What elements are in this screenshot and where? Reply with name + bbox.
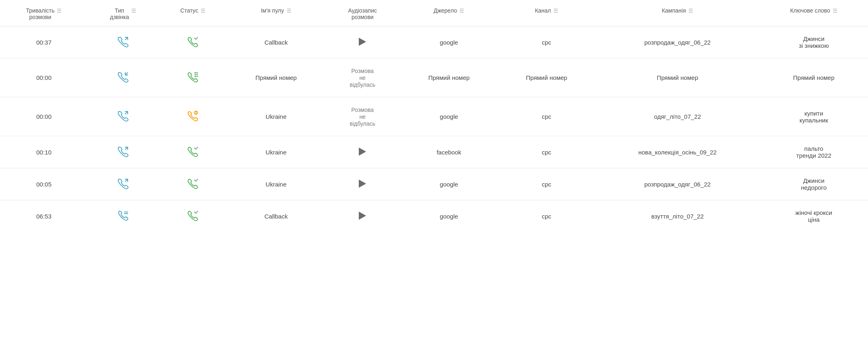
phone-type-icon bbox=[117, 146, 129, 159]
svg-rect-3 bbox=[196, 74, 197, 75]
table-row: 06:53 Callbackgooglecpcвзуття_літо_07_22… bbox=[0, 200, 868, 232]
phone-type-icon bbox=[117, 110, 129, 123]
status-icon bbox=[187, 36, 199, 49]
status-icon bbox=[187, 178, 199, 191]
cell-keyword: Джинси недорого bbox=[760, 168, 868, 200]
cell-duration: 00:37 bbox=[0, 26, 88, 58]
cell-channel: cpc bbox=[498, 97, 596, 136]
svg-rect-5 bbox=[196, 76, 197, 77]
column-header-pool[interactable]: Ім'я пулу☰ bbox=[227, 0, 325, 26]
cell-call-type bbox=[88, 136, 159, 168]
table-row: 00:05 Ukrainegooglecpcрозпродаж_одяг_06_… bbox=[0, 168, 868, 200]
filter-icon-pool[interactable]: ☰ bbox=[287, 8, 291, 14]
cell-campaign: розпродаж_одяг_06_22 bbox=[596, 26, 760, 58]
table-row: 00:37 Callbackgooglecpcрозпродаж_одяг_06… bbox=[0, 26, 868, 58]
column-header-channel[interactable]: Канал☰ bbox=[498, 0, 596, 26]
cell-audio[interactable] bbox=[325, 200, 400, 232]
play-button[interactable] bbox=[359, 212, 366, 220]
cell-keyword: жіночі крокси ціна bbox=[760, 200, 868, 232]
filter-icon-duration[interactable]: ☰ bbox=[57, 8, 62, 14]
svg-rect-0 bbox=[195, 72, 196, 73]
cell-keyword: купити купальник bbox=[760, 97, 868, 136]
calls-table-container: Тривалість розмови☰Тип дзвінка☰Статус☰Ім… bbox=[0, 0, 868, 232]
phone-type-icon bbox=[117, 178, 129, 191]
cell-campaign: Прямий номер bbox=[596, 58, 760, 97]
cell-pool: Callback bbox=[227, 200, 325, 232]
cell-audio: Розмова не відбулась bbox=[325, 97, 400, 136]
table-header-row: Тривалість розмови☰Тип дзвінка☰Статус☰Ім… bbox=[0, 0, 868, 26]
cell-campaign: взуття_літо_07_22 bbox=[596, 200, 760, 232]
column-header-audio: Аудіозапис розмови bbox=[325, 0, 400, 26]
cell-campaign: одяг_літо_07_22 bbox=[596, 97, 760, 136]
cell-audio[interactable] bbox=[325, 168, 400, 200]
cell-channel: Прямий номер bbox=[498, 58, 596, 97]
cell-audio[interactable] bbox=[325, 26, 400, 58]
column-header-duration[interactable]: Тривалість розмови☰ bbox=[0, 0, 88, 26]
column-header-source[interactable]: Джерело☰ bbox=[400, 0, 498, 26]
no-audio-label: Розмова не відбулась bbox=[349, 107, 375, 127]
cell-channel: cpc bbox=[498, 26, 596, 58]
play-button[interactable] bbox=[359, 180, 366, 188]
cell-source: facebook bbox=[400, 136, 498, 168]
cell-source: google bbox=[400, 200, 498, 232]
filter-icon-channel[interactable]: ☰ bbox=[553, 8, 558, 14]
cell-keyword: Прямий номер bbox=[760, 58, 868, 97]
cell-pool: Ukraine bbox=[227, 168, 325, 200]
cell-channel: cpc bbox=[498, 168, 596, 200]
cell-duration: 06:53 bbox=[0, 200, 88, 232]
cell-duration: 00:00 bbox=[0, 58, 88, 97]
cell-duration: 00:00 bbox=[0, 97, 88, 136]
column-header-campaign[interactable]: Кампанія☰ bbox=[596, 0, 760, 26]
cell-campaign: розпродаж_одяг_06_22 bbox=[596, 168, 760, 200]
cell-duration: 00:10 bbox=[0, 136, 88, 168]
cell-call-type bbox=[88, 97, 159, 136]
table-row: 00:00 Прямий номерРозмова не відбуласьПр… bbox=[0, 58, 868, 97]
filter-icon-keyword[interactable]: ☰ bbox=[833, 8, 838, 14]
cell-status bbox=[159, 200, 227, 232]
cell-source: google bbox=[400, 97, 498, 136]
cell-call-type bbox=[88, 26, 159, 58]
cell-audio[interactable] bbox=[325, 136, 400, 168]
phone-type-icon bbox=[117, 71, 129, 84]
cell-duration: 00:05 bbox=[0, 168, 88, 200]
svg-rect-1 bbox=[196, 72, 197, 73]
calls-table: Тривалість розмови☰Тип дзвінка☰Статус☰Ім… bbox=[0, 0, 868, 232]
play-button[interactable] bbox=[359, 38, 366, 46]
no-audio-label: Розмова не відбулась bbox=[349, 68, 375, 88]
cell-status bbox=[159, 26, 227, 58]
status-icon bbox=[187, 110, 199, 123]
play-button[interactable] bbox=[359, 148, 366, 156]
filter-icon-type[interactable]: ☰ bbox=[131, 8, 136, 14]
table-row: 00:10 Ukrainefacebookcpcнова_колекція_ос… bbox=[0, 136, 868, 168]
filter-icon-source[interactable]: ☰ bbox=[459, 8, 464, 14]
column-header-keyword[interactable]: Ключове слово☰ bbox=[760, 0, 868, 26]
cell-channel: cpc bbox=[498, 200, 596, 232]
cell-call-type bbox=[88, 168, 159, 200]
cell-call-type bbox=[88, 200, 159, 232]
cell-pool: Прямий номер bbox=[227, 58, 325, 97]
cell-call-type bbox=[88, 58, 159, 97]
table-row: 00:00 UkraineРозмова не відбуласьgooglec… bbox=[0, 97, 868, 136]
filter-icon-status[interactable]: ☰ bbox=[201, 8, 206, 14]
status-icon bbox=[187, 210, 199, 223]
cell-status bbox=[159, 97, 227, 136]
cell-pool: Ukraine bbox=[227, 136, 325, 168]
cell-keyword: Джинси зі знижкою bbox=[760, 26, 868, 58]
phone-type-icon bbox=[117, 36, 129, 49]
cell-keyword: пальто тренди 2022 bbox=[760, 136, 868, 168]
cell-source: google bbox=[400, 168, 498, 200]
cell-status bbox=[159, 58, 227, 97]
svg-rect-2 bbox=[195, 74, 196, 75]
svg-rect-4 bbox=[195, 76, 196, 77]
cell-pool: Callback bbox=[227, 26, 325, 58]
column-header-type[interactable]: Тип дзвінка☰ bbox=[88, 0, 159, 26]
status-icon bbox=[187, 71, 199, 84]
cell-status bbox=[159, 168, 227, 200]
cell-source: google bbox=[400, 26, 498, 58]
column-header-status[interactable]: Статус☰ bbox=[159, 0, 227, 26]
cell-channel: cpc bbox=[498, 136, 596, 168]
cell-pool: Ukraine bbox=[227, 97, 325, 136]
status-icon bbox=[187, 146, 199, 159]
cell-audio: Розмова не відбулась bbox=[325, 58, 400, 97]
filter-icon-campaign[interactable]: ☰ bbox=[688, 8, 693, 14]
